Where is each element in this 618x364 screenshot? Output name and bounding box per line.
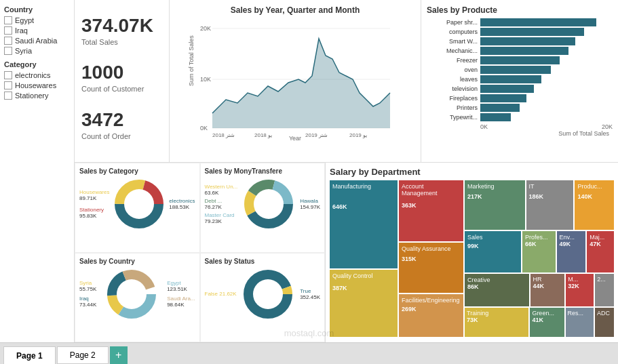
sidebar-item-iraq[interactable]: Iraq: [4, 26, 70, 35]
sidebar-item-housewares[interactable]: Housewares: [4, 81, 70, 89]
svg-text:0K: 0K: [200, 125, 208, 132]
electronics-checkbox[interactable]: [4, 71, 12, 79]
svg-text:2018 شتر: 2018 شتر: [212, 132, 235, 138]
donut-category-cell: Sales by Category Housewares89.71K Stati…: [75, 163, 200, 253]
treemap-title: Salary by Department: [330, 167, 614, 177]
it-label: IT: [529, 183, 571, 190]
line-chart-svg: 20K 10K 0K Sum of Total Sales: [175, 18, 415, 137]
bar-item-fill: [480, 18, 596, 26]
maj-value: 47K: [590, 241, 611, 247]
bar-item-name: computers: [427, 28, 478, 35]
sidebar-item-egypt[interactable]: Egypt: [4, 16, 70, 24]
bar-item-name: Paper shr...: [427, 19, 478, 26]
tab-page2[interactable]: Page 2: [57, 346, 109, 364]
green-label: Green...: [532, 310, 562, 317]
top-row: 374.07K Total Sales 1000 Count of Custom…: [75, 0, 618, 163]
donut-country-title: Sales by Country: [79, 258, 195, 265]
treemap-sales: Sales 99K: [465, 231, 521, 272]
donut-category-wrapper: Housewares89.71K Stationery95.83K electr: [79, 177, 195, 231]
count-order-kpi: 3472 Count of Order: [81, 109, 162, 140]
treemap-row-last: Training 73K Green... 41K Res...: [465, 308, 614, 337]
true-label-donut: True352.45K: [300, 288, 320, 300]
svg-text:2019 يو: 2019 يو: [349, 132, 367, 138]
donut-category-left-labels: Housewares89.71K Stationery95.83K: [79, 189, 109, 219]
count-customer-label: Count of Customer: [81, 85, 162, 93]
bar-item-fill: [480, 85, 534, 93]
bar-item-name: Fireplaces: [427, 95, 478, 102]
treemap-2: 2...: [595, 274, 614, 307]
bar-item-fill: [480, 66, 551, 74]
bar-item-name: television: [427, 85, 478, 92]
donut-category-svg: [112, 177, 166, 231]
donut-money-title: Sales by MonyTransfere: [205, 167, 321, 175]
donut-money-left-labels: Western Un...63.6K Debt ...76.27K Master…: [205, 184, 238, 224]
manufacturing-value: 646K: [332, 203, 395, 210]
main-content: 374.07K Total Sales 1000 Count of Custom…: [75, 0, 618, 342]
svg-text:Sum of Total Sales: Sum of Total Sales: [188, 35, 195, 86]
saudi-label-donut: Saudi Ara...98.64K: [167, 296, 195, 308]
treemap-facilities: Facilities/Engineering 269K: [399, 294, 463, 337]
account-mgmt-value: 363K: [402, 202, 461, 209]
treemap-training: Training 73K: [465, 308, 528, 337]
bar-item-fill: [480, 56, 560, 64]
sidebar-item-stationery[interactable]: Stationery: [4, 92, 70, 100]
sidebar-item-saudi[interactable]: Saudi Arabia: [4, 37, 70, 45]
stationery-checkbox[interactable]: [4, 92, 12, 100]
bar-item-name: Freezer: [427, 57, 478, 64]
tab-page1[interactable]: Page 1: [3, 346, 56, 364]
adc-label: ADC: [597, 310, 612, 317]
bar-x-min: 0K: [480, 123, 488, 130]
kpi-section: 374.07K Total Sales 1000 Count of Custom…: [75, 0, 170, 162]
bar-item-name: oven: [427, 66, 478, 73]
bar-item-fill: [480, 113, 511, 121]
marketing-value: 217K: [467, 193, 522, 200]
sidebar-item-electronics[interactable]: electronics: [4, 71, 70, 79]
bar-item: television: [427, 85, 613, 93]
env-label: Env...: [560, 234, 583, 241]
profes-value: 66K: [525, 241, 552, 247]
treemap-adc: ADC: [595, 308, 614, 337]
bar-x-max: 20K: [602, 123, 613, 130]
treemap-it: IT 186K: [526, 180, 574, 230]
syria-checkbox[interactable]: [4, 47, 12, 55]
manufacturing-label: Manufacturing: [332, 183, 395, 190]
donut-status-svg: [241, 267, 295, 321]
svg-text:10K: 10K: [200, 76, 211, 83]
add-tab-button[interactable]: +: [110, 346, 128, 364]
hr-value: 44K: [533, 283, 562, 289]
total-sales-value: 374.07K: [81, 15, 162, 37]
produc-value: 140K: [577, 193, 611, 200]
donut-status-left-labels: False 21.62K: [205, 291, 237, 297]
treemap-hr: HR 44K: [530, 274, 564, 307]
bar-item-name: Mechanic...: [427, 47, 478, 54]
bar-item-name: leaves: [427, 76, 478, 83]
donut-money-right-labels: Hawala154.97K: [300, 198, 320, 210]
syria-label: Syria: [15, 47, 32, 55]
quality-control-label: Quality Control: [332, 272, 395, 279]
sidebar-item-syria[interactable]: Syria: [4, 47, 70, 55]
treemap-produc: Produc... 140K: [575, 180, 614, 230]
syria-label-donut: Syria55.75K: [79, 280, 96, 292]
category-filter-label: Category: [4, 60, 70, 68]
treemap-creative: Creative 86K: [465, 274, 529, 307]
iraq-checkbox[interactable]: [4, 26, 12, 35]
produc-label: Produc...: [577, 183, 611, 190]
line-chart-title: Sales by Year, Quarter and Month: [175, 5, 415, 15]
account-mgmt-label: Account Management: [402, 183, 461, 197]
bar-chart-items: Paper shr... computers Smart W... Mechan…: [427, 18, 613, 121]
profes-label: Profes...: [525, 234, 552, 241]
bar-item-fill: [480, 104, 520, 112]
hawala-label: Hawala154.97K: [300, 198, 320, 210]
creative-value: 86K: [467, 283, 526, 290]
saudi-checkbox[interactable]: [4, 37, 12, 45]
donut-status-wrapper: False 21.62K True352.45K: [205, 267, 321, 321]
svg-text:2018 يو: 2018 يو: [254, 132, 272, 138]
electronics-label-donut: electronics188.53K: [169, 198, 195, 210]
egypt-checkbox[interactable]: [4, 16, 12, 24]
iraq-label-donut: Iraq73.44K: [79, 296, 96, 308]
svg-point-27: [253, 279, 283, 309]
saudi-label: Saudi Arabia: [15, 37, 57, 45]
housewares-checkbox[interactable]: [4, 81, 12, 89]
bar-item-fill: [480, 47, 568, 55]
total-sales-label: Total Sales: [81, 38, 162, 46]
